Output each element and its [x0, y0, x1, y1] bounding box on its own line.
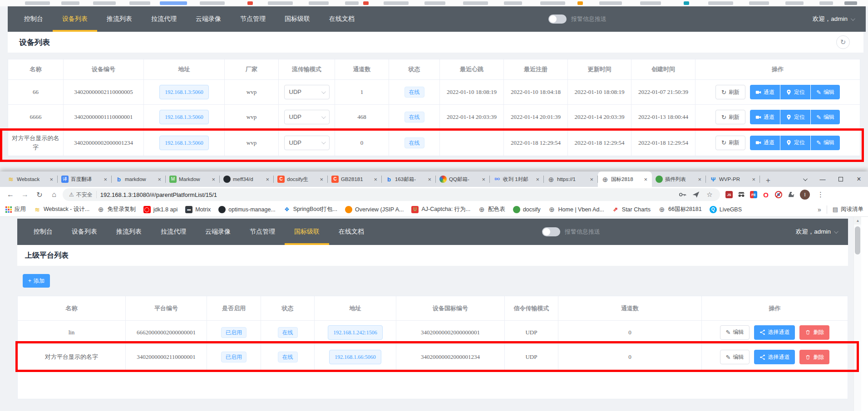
- profile-avatar[interactable]: I: [800, 190, 810, 200]
- close-icon[interactable]: ×: [589, 176, 594, 183]
- close-icon[interactable]: ×: [373, 176, 378, 183]
- js-extension-icon[interactable]: JS: [725, 191, 733, 198]
- bookmark-item[interactable]: ⊕ 配色表: [478, 206, 505, 213]
- bookmark-item[interactable]: ≋ Webstack - 设计...: [34, 206, 89, 213]
- bookmarks-overflow-button[interactable]: »: [818, 206, 821, 213]
- address-link[interactable]: 192.168.1.242:1506: [328, 325, 382, 340]
- nav-item-online-docs[interactable]: 在线文档: [320, 6, 364, 32]
- key-icon[interactable]: [678, 191, 686, 199]
- close-icon[interactable]: ×: [535, 176, 540, 183]
- close-icon[interactable]: ×: [103, 176, 108, 183]
- browser-tab[interactable]: Ψ WVP-PR ×: [706, 171, 760, 187]
- close-icon[interactable]: ×: [751, 176, 756, 183]
- browser-tab[interactable]: ≋ Webstack ×: [4, 171, 58, 187]
- bookmark-item[interactable]: Q LiveGBS: [710, 206, 742, 213]
- bookmark-item[interactable]: Overview (JSIP A...: [345, 206, 404, 213]
- user-menu[interactable]: 欢迎，admin: [813, 6, 854, 32]
- security-indicator[interactable]: ⚠不安全: [69, 191, 93, 199]
- reload-button[interactable]: ↻: [34, 189, 45, 201]
- bookmark-item[interactable]: U AJ-Captcha: 行为...: [411, 206, 470, 213]
- fe-extension-icon[interactable]: FE: [750, 191, 757, 198]
- stream-mode-select[interactable]: UDP: [284, 110, 330, 124]
- nav-item-console[interactable]: 控制台: [24, 219, 62, 245]
- locate-button[interactable]: 定位: [780, 85, 810, 99]
- close-icon[interactable]: ×: [427, 176, 432, 183]
- browser-tab[interactable]: ⊕ 国标2818 ×: [598, 171, 652, 187]
- refresh-button[interactable]: ↻刷新: [715, 136, 745, 150]
- nav-item-device-list[interactable]: 设备列表: [53, 6, 97, 32]
- send-to-device-icon[interactable]: [692, 191, 700, 199]
- edit-button[interactable]: ✎编辑: [720, 325, 750, 340]
- browser-tab[interactable]: C GB28181 ×: [328, 171, 382, 187]
- select-channel-button[interactable]: 选择通道: [754, 325, 795, 340]
- close-icon[interactable]: ×: [643, 176, 648, 183]
- extensions-puzzle-icon[interactable]: [787, 191, 795, 199]
- bookmark-item[interactable]: ❖ SpringBoot打包...: [283, 206, 337, 213]
- close-icon[interactable]: ×: [319, 176, 324, 183]
- nav-item-gb-cascade[interactable]: 国标级联: [275, 6, 320, 32]
- opera-extension-icon[interactable]: O: [762, 191, 770, 199]
- new-tab-button[interactable]: +: [762, 174, 774, 187]
- select-channel-button[interactable]: 选择通道: [754, 350, 795, 364]
- close-icon[interactable]: ×: [697, 176, 702, 183]
- nav-item-node-manage[interactable]: 节点管理: [240, 219, 285, 245]
- browser-tab[interactable]: b markdow ×: [112, 171, 166, 187]
- nav-item-cloud-record[interactable]: 云端录像: [196, 219, 240, 245]
- edit-button[interactable]: ✎编辑: [720, 350, 750, 364]
- edit-button[interactable]: ✎编辑: [811, 110, 840, 124]
- close-window-button[interactable]: ×: [850, 171, 868, 187]
- browser-tab[interactable]: ⊕ https://1 ×: [544, 171, 598, 187]
- bookmark-star-icon[interactable]: ☆: [705, 191, 714, 199]
- browser-menu-icon[interactable]: ⋮: [814, 191, 827, 199]
- bookmark-item[interactable]: ⊕ 免登录复制: [97, 206, 136, 213]
- user-menu[interactable]: 欢迎，admin: [796, 219, 837, 245]
- browser-tab[interactable]: meff34/d ×: [220, 171, 274, 187]
- nav-item-pull-proxy[interactable]: 拉流代理: [142, 6, 186, 32]
- nav-item-cloud-record[interactable]: 云端录像: [186, 6, 231, 32]
- stream-mode-select[interactable]: UDP: [284, 85, 330, 99]
- refresh-button[interactable]: ↻刷新: [715, 85, 745, 99]
- browser-tab[interactable]: b 163邮箱- ×: [382, 171, 436, 187]
- channel-button[interactable]: 通道: [750, 110, 780, 124]
- browser-tab[interactable]: C docsify生 ×: [274, 171, 328, 187]
- browser-tab[interactable]: QQ邮箱- ×: [436, 171, 490, 187]
- browser-tab[interactable]: 插件列表 ×: [652, 171, 706, 187]
- bookmark-item[interactable]: docsify: [513, 206, 541, 213]
- browser-tab[interactable]: M Markdow ×: [166, 171, 220, 187]
- url-omnibox[interactable]: ⚠不安全 192.168.1.3:18080/#/parentPlatformL…: [63, 188, 720, 201]
- back-button[interactable]: ←: [5, 189, 16, 201]
- nav-item-console[interactable]: 控制台: [15, 6, 53, 32]
- close-icon[interactable]: ×: [481, 176, 486, 183]
- delete-button[interactable]: 删除: [799, 325, 829, 340]
- address-link[interactable]: 192.168.1.3:5060: [159, 85, 208, 99]
- apps-shortcut[interactable]: 应用: [5, 206, 26, 213]
- locate-button[interactable]: 定位: [780, 136, 810, 150]
- scroll-up-arrow[interactable]: ▲: [854, 217, 862, 225]
- bookmark-item[interactable]: ⊕ Home | Vben Ad...: [548, 206, 604, 213]
- bookmark-item[interactable]: ⊕ 66国标28181: [658, 206, 702, 213]
- locate-button[interactable]: 定位: [780, 110, 810, 124]
- refresh-page-button[interactable]: ↻: [836, 35, 850, 49]
- bookmark-item[interactable]: ◯ jdk1.8 api: [143, 206, 178, 213]
- blocker-extension-icon[interactable]: [774, 191, 783, 199]
- incognito-mask-icon[interactable]: [737, 191, 745, 199]
- bookmark-item[interactable]: ▬ Motrix: [185, 206, 211, 213]
- browser-tab[interactable]: 译 百度翻译 ×: [58, 171, 112, 187]
- close-icon[interactable]: ×: [211, 176, 216, 183]
- bookmark-item[interactable]: optimus-manage...: [218, 206, 276, 213]
- browser-tab[interactable]: DO 收到 1封邮 ×: [490, 171, 544, 187]
- nav-item-gb-cascade[interactable]: 国标级联: [285, 219, 329, 245]
- forward-button[interactable]: →: [19, 189, 31, 201]
- nav-item-push-stream[interactable]: 推流列表: [107, 219, 151, 245]
- alarm-push-toggle[interactable]: [542, 227, 560, 236]
- address-link[interactable]: 192.168.1.66:5060: [329, 350, 381, 364]
- edit-button[interactable]: ✎编辑: [811, 136, 840, 150]
- minimize-button[interactable]: —: [814, 171, 832, 187]
- stream-mode-select[interactable]: UDP: [284, 136, 330, 150]
- close-icon[interactable]: ×: [265, 176, 270, 183]
- edit-button[interactable]: ✎编辑: [811, 85, 840, 99]
- nav-item-online-docs[interactable]: 在线文档: [329, 219, 374, 245]
- page-scrollbar[interactable]: ▲: [853, 217, 861, 411]
- add-platform-button[interactable]: + 添加: [23, 274, 50, 288]
- nav-item-node-manage[interactable]: 节点管理: [231, 6, 275, 32]
